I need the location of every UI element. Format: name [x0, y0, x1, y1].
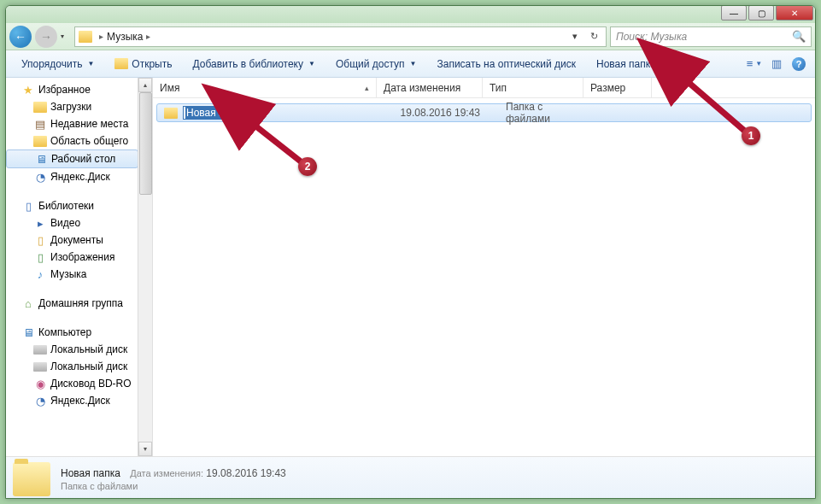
drive-icon: [33, 360, 47, 373]
sidebar-computer[interactable]: 🖥Компьютер: [6, 324, 138, 341]
file-row[interactable]: Новая папка 19.08.2016 19:43 Папка с фай…: [156, 103, 812, 122]
close-button[interactable]: ✕: [776, 5, 813, 21]
sidebar-recent[interactable]: ▤Недавние места: [6, 115, 138, 132]
sidebar-public[interactable]: Область общего: [6, 132, 138, 149]
sidebar-videos[interactable]: ▸Видео: [6, 214, 138, 231]
add-to-library-button[interactable]: Добавить в библиотеку▼: [184, 55, 323, 73]
sidebar-scrollbar[interactable]: ▴ ▾: [138, 78, 152, 456]
address-bar[interactable]: ▸ Музыка ▸ ▾ ↻: [74, 26, 607, 47]
sidebar-favorites[interactable]: ★Избранное: [6, 81, 138, 98]
optical-drive-icon: ◉: [33, 377, 47, 390]
organize-button[interactable]: Упорядочить▼: [13, 55, 103, 73]
help-icon: ?: [792, 57, 806, 71]
sidebar-homegroup[interactable]: ⌂Домашняя группа: [6, 295, 138, 312]
refresh-icon[interactable]: ↻: [585, 28, 602, 45]
share-button[interactable]: Общий доступ▼: [327, 55, 425, 73]
sidebar-music[interactable]: ♪Музыка: [6, 266, 138, 283]
sidebar-local-disk-2[interactable]: Локальный диск: [6, 358, 138, 375]
sidebar-yandex-disk[interactable]: ◔Яндекс.Диск: [6, 168, 138, 185]
breadcrumb-item[interactable]: Музыка: [107, 31, 143, 43]
column-headers: Имя Дата изменения Тип Размер: [153, 78, 815, 98]
chevron-icon[interactable]: ▸: [146, 32, 150, 41]
file-list-view[interactable]: Имя Дата изменения Тип Размер Новая папк…: [153, 78, 815, 456]
folder-icon: [33, 100, 47, 114]
address-dropdown-icon[interactable]: ▾: [566, 28, 583, 45]
chevron-down-icon: ▼: [755, 60, 762, 67]
video-icon: ▸: [33, 216, 47, 230]
sidebar-documents[interactable]: ▯Документы: [6, 231, 138, 249]
search-icon[interactable]: 🔍: [792, 30, 806, 43]
open-button[interactable]: Открыть: [106, 55, 180, 73]
file-rename-input[interactable]: Новая папка: [183, 106, 249, 120]
chevron-down-icon: ▼: [308, 60, 315, 67]
burn-button[interactable]: Записать на оптический диск: [428, 55, 584, 73]
details-pane: Новая папка Дата изменения: 19.08.2016 1…: [6, 456, 815, 499]
history-dropdown-icon[interactable]: ▾: [61, 32, 71, 40]
picture-icon: ▯: [33, 250, 47, 264]
search-input[interactable]: Поиск: Музыка 🔍: [610, 26, 812, 47]
computer-icon: 🖥: [21, 325, 35, 339]
desktop-icon: 🖥: [34, 152, 48, 166]
recent-icon: ▤: [33, 117, 47, 131]
column-type[interactable]: Тип: [483, 78, 583, 97]
sidebar-pictures[interactable]: ▯Изображения: [6, 249, 138, 266]
new-folder-button[interactable]: Новая папка: [588, 55, 665, 73]
scroll-down-button[interactable]: ▾: [138, 442, 152, 456]
details-modified-label: Дата изменения:: [130, 468, 203, 478]
document-icon: ▯: [33, 233, 47, 247]
scroll-thumb[interactable]: [139, 92, 152, 195]
star-icon: ★: [21, 83, 35, 97]
folder-icon: [13, 462, 50, 496]
preview-pane-button[interactable]: ▥: [767, 55, 786, 73]
navbar: ← → ▾ ▸ Музыка ▸ ▾ ↻ Поиск: Музыка 🔍: [6, 23, 815, 50]
sidebar-yandex-disk-2[interactable]: ◔Яндекс.Диск: [6, 392, 138, 409]
folder-icon: [114, 58, 128, 69]
sidebar-bd-rom[interactable]: ◉Дисковод BD-RO: [6, 375, 138, 392]
library-icon: ▯: [21, 199, 35, 213]
column-name[interactable]: Имя: [153, 78, 377, 97]
cloud-icon: ◔: [33, 170, 47, 184]
drive-icon: [33, 343, 47, 356]
file-type-cell: Папка с файлами: [487, 101, 588, 125]
minimize-button[interactable]: —: [721, 5, 747, 21]
sidebar: ★Избранное Загрузки ▤Недавние места Обла…: [6, 78, 153, 456]
chevron-icon[interactable]: ▸: [99, 32, 103, 41]
folder-icon: [79, 31, 92, 43]
file-modified-cell: 19.08.2016 19:43: [381, 107, 487, 119]
details-type: Папка с файлами: [61, 481, 286, 491]
homegroup-icon: ⌂: [21, 296, 35, 310]
folder-icon: [33, 134, 47, 148]
titlebar[interactable]: — ▢ ✕: [6, 6, 815, 23]
sidebar-libraries[interactable]: ▯Библиотеки: [6, 197, 138, 214]
scroll-up-button[interactable]: ▴: [138, 78, 152, 92]
cloud-icon: ◔: [33, 394, 47, 407]
column-size[interactable]: Размер: [583, 78, 652, 97]
search-placeholder: Поиск: Музыка: [616, 31, 687, 43]
folder-icon: [164, 108, 178, 119]
chevron-down-icon: ▼: [87, 60, 94, 67]
back-button[interactable]: ←: [9, 26, 32, 48]
sidebar-desktop[interactable]: 🖥Рабочий стол: [6, 149, 138, 168]
maximize-button[interactable]: ▢: [748, 5, 774, 21]
column-modified[interactable]: Дата изменения: [377, 78, 483, 97]
sidebar-downloads[interactable]: Загрузки: [6, 98, 138, 115]
details-modified-value: 19.08.2016 19:43: [206, 467, 285, 479]
toolbar: Упорядочить▼ Открыть Добавить в библиоте…: [6, 50, 815, 78]
sidebar-local-disk-1[interactable]: Локальный диск: [6, 341, 138, 358]
music-icon: ♪: [33, 267, 47, 281]
help-button[interactable]: ?: [789, 55, 808, 73]
details-name: Новая папка: [61, 467, 120, 479]
view-button[interactable]: ≡▼: [745, 55, 764, 73]
chevron-down-icon: ▼: [410, 60, 417, 67]
forward-button[interactable]: →: [35, 26, 57, 48]
